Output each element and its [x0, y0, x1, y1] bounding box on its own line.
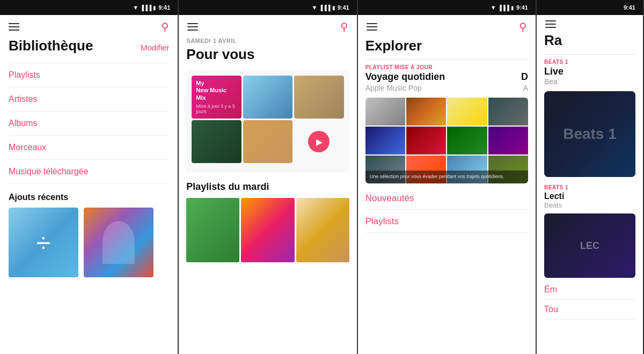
- menu-icon-4[interactable]: [545, 20, 556, 28]
- artist-7: [447, 127, 487, 154]
- blonde-cell[interactable]: [243, 120, 292, 163]
- radio-card[interactable]: [544, 91, 635, 177]
- play-button[interactable]: [308, 131, 330, 152]
- live-title: Live: [544, 66, 635, 77]
- playlists-link-explorer[interactable]: Playlists: [365, 211, 528, 233]
- playlists-link[interactable]: Playlists: [9, 70, 40, 79]
- apple-music-pop-row: Apple Music Pop A: [365, 84, 528, 92]
- new-music-mix-cell[interactable]: MyNew MusicMix Mise à jour il y a 5 jour…: [192, 76, 241, 119]
- crowd-cell[interactable]: [294, 76, 343, 119]
- nav-item-playlists[interactable]: Playlists: [9, 63, 169, 87]
- explorer-content: Explorer PLAYLIST MISE À JOUR Voyage quo…: [358, 38, 536, 354]
- tou-link[interactable]: Tou: [544, 300, 635, 320]
- nouveautes-link[interactable]: Nouveautés: [365, 188, 528, 210]
- music-card: MyNew MusicMix Mise à jour il y a 5 jour…: [186, 70, 349, 173]
- artist-4: [488, 98, 528, 126]
- title-row-1: Bibliothèque Modifier: [9, 38, 169, 54]
- screen-explorer: ▼ ▐▐▐ ▮ 9:41 ⚲ Explorer PLAYLIST MISE À …: [358, 0, 537, 354]
- mosaic-mixed[interactable]: [241, 198, 294, 262]
- albums-link[interactable]: Albums: [9, 119, 37, 128]
- signal-icon: ▐▐▐: [140, 5, 151, 11]
- apple-music-right: A: [523, 84, 528, 92]
- radio-content: Ra BEATS 1 Live Bea BEATS 1 Lecti Beats …: [537, 32, 643, 354]
- musique-telechargee-link[interactable]: Musique téléchargée: [9, 167, 89, 176]
- artist-mosaic[interactable]: Une sélection pour vous évader pendant v…: [365, 98, 528, 183]
- wifi-icon: ▼: [133, 4, 138, 11]
- recent-section: Ajouts récents: [9, 193, 169, 277]
- voyage-row: Voyage quotidien D: [365, 71, 528, 83]
- playlist-mise-label: PLAYLIST MISE À JOUR: [365, 64, 528, 70]
- battery-icon: ▮: [153, 5, 156, 11]
- recent-albums: [9, 208, 169, 277]
- album-divide[interactable]: [9, 208, 78, 277]
- signal-icon-3: ▐▐▐: [498, 5, 509, 11]
- mix-update: Mise à jour il y a 5 jours: [196, 104, 237, 114]
- landscape-cell[interactable]: [243, 76, 292, 119]
- recent-title: Ajouts récents: [9, 193, 169, 202]
- pour-vous-title: Pour vous: [186, 46, 349, 63]
- search-icon-2[interactable]: ⚲: [340, 20, 348, 33]
- modifier-button[interactable]: Modifier: [141, 43, 169, 52]
- battery-icon-3: ▮: [511, 5, 514, 11]
- play-button-cell: [294, 120, 343, 163]
- nav-list: Playlists Artistes Albums Morceaux Musiq…: [9, 63, 169, 184]
- nav-item-artistes[interactable]: Artistes: [9, 87, 169, 112]
- voyage-right: D: [521, 71, 528, 83]
- radio-img-dark[interactable]: LEC: [544, 213, 635, 278]
- explorer-title: Explorer: [365, 38, 528, 54]
- radio-card-visual: [544, 91, 635, 177]
- artist-8: [488, 127, 528, 154]
- artist-6: [406, 127, 446, 154]
- nav-item-albums[interactable]: Albums: [9, 112, 169, 136]
- status-time-3: 9:41: [516, 4, 528, 11]
- menu-icon-1[interactable]: [9, 23, 19, 31]
- pour-vous-content: SAMEDI 1 AVRIL Pour vous MyNew MusicMix …: [179, 38, 356, 354]
- live-sub-2: Beats: [544, 201, 635, 209]
- music-grid: MyNew MusicMix Mise à jour il y a 5 jour…: [192, 76, 343, 163]
- wifi-icon-3: ▼: [491, 4, 496, 11]
- apple-music-pop-text: Apple Music Pop: [365, 84, 422, 92]
- explorer-links: Nouveautés Playlists: [365, 188, 528, 233]
- divider-radio: [544, 54, 635, 55]
- mosaic-overlay: Une sélection pour vous évader pendant v…: [365, 171, 528, 183]
- mosaic-green[interactable]: [186, 198, 239, 262]
- menu-icon-2[interactable]: [187, 23, 198, 31]
- artist-3: [447, 98, 487, 126]
- status-icons-3: ▼ ▐▐▐ ▮: [491, 4, 514, 11]
- album-colorful[interactable]: [84, 208, 153, 277]
- bibliotheque-title: Bibliothèque: [9, 38, 93, 54]
- live-sub: Bea: [544, 77, 635, 86]
- screen-radio: 9:41 Ra BEATS 1 Live Bea BEATS 1 Lecti B…: [537, 0, 644, 354]
- morceaux-link[interactable]: Morceaux: [9, 143, 46, 152]
- nav-item-morceaux[interactable]: Morceaux: [9, 136, 169, 160]
- dark-green-cell[interactable]: [192, 120, 241, 163]
- status-bar-3: ▼ ▐▐▐ ▮ 9:41: [358, 0, 536, 15]
- artistes-link[interactable]: Artistes: [9, 94, 37, 104]
- menu-icon-3[interactable]: [367, 23, 377, 31]
- screen-pour-vous: ▼ ▐▐▐ ▮ 9:41 ⚲ SAMEDI 1 AVRIL Pour vous …: [179, 0, 357, 354]
- status-bar-1: ▼ ▐▐▐ ▮ 9:41: [0, 0, 178, 15]
- radio-links: Ém Tou: [544, 280, 635, 320]
- artist-1: [365, 98, 405, 126]
- battery-icon-2: ▮: [332, 5, 335, 11]
- beats-label-2: BEATS 1: [544, 185, 635, 190]
- search-icon-3[interactable]: ⚲: [519, 20, 527, 33]
- beats-label: BEATS 1: [544, 59, 635, 65]
- search-icon-1[interactable]: ⚲: [161, 20, 169, 33]
- playlists-mardi-title: Playlists du mardi: [186, 181, 349, 193]
- voyage-title: Voyage quotidien: [365, 71, 445, 83]
- emissions-link[interactable]: Ém: [544, 280, 635, 300]
- status-icons-1: ▼ ▐▐▐ ▮: [133, 4, 156, 11]
- nav-item-musique-telechargee[interactable]: Musique téléchargée: [9, 160, 169, 184]
- playlist-mosaic: [186, 198, 349, 262]
- top-bar-4: [537, 15, 643, 32]
- screen-bibliotheque: ▼ ▐▐▐ ▮ 9:41 ⚲ Bibliothèque Modifier Pla…: [0, 0, 179, 354]
- bibliotheque-content: Bibliothèque Modifier Playlists Artistes…: [0, 38, 178, 354]
- status-time-2: 9:41: [338, 4, 349, 11]
- divider-1: [365, 60, 528, 60]
- wifi-icon-2: ▼: [311, 4, 317, 11]
- artist-2: [406, 98, 446, 126]
- top-bar-1: ⚲: [0, 15, 178, 38]
- status-time-4: 9:41: [624, 4, 635, 11]
- mosaic-blonde2[interactable]: [296, 198, 349, 262]
